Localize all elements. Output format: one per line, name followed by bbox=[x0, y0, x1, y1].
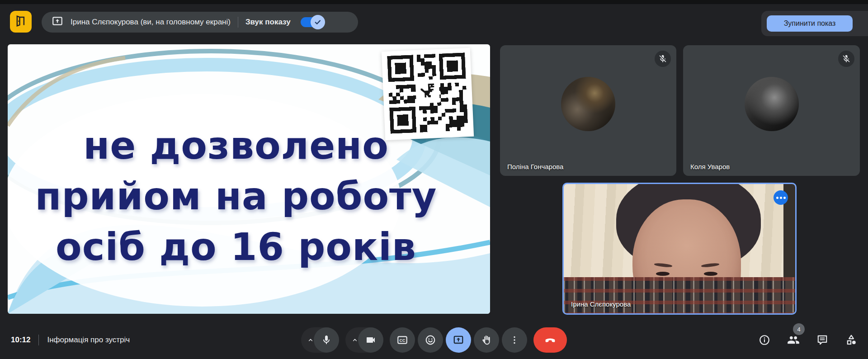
mic-off-badge bbox=[655, 51, 671, 67]
stop-presenting-panel: Зупинити показ bbox=[761, 11, 868, 36]
clock: 10:12 bbox=[11, 335, 30, 345]
mic-button[interactable] bbox=[314, 327, 339, 353]
shared-screen-slide: не дозволено прийом на роботу осіб до 16… bbox=[8, 44, 490, 314]
participant-name: Поліна Гончарова bbox=[507, 163, 563, 170]
meet-window: Ірина Слєпокурова (ви, на головному екра… bbox=[0, 0, 868, 359]
qr-code-panel bbox=[382, 48, 474, 140]
door-extension-button[interactable] bbox=[10, 11, 32, 33]
stop-presenting-button[interactable]: Зупинити показ bbox=[767, 15, 853, 32]
meeting-details-button[interactable] bbox=[758, 333, 771, 347]
divider bbox=[38, 335, 39, 345]
top-bar: Ірина Слєпокурова (ви, на головному екра… bbox=[0, 0, 868, 41]
mic-off-icon bbox=[842, 54, 851, 63]
raise-hand-button[interactable] bbox=[474, 327, 499, 353]
present-button[interactable] bbox=[446, 327, 471, 353]
camera-button[interactable] bbox=[358, 327, 383, 353]
tile-more-options-button[interactable] bbox=[774, 190, 788, 205]
window-edge bbox=[0, 0, 868, 4]
self-name: Ірина Слєпокурова bbox=[571, 300, 631, 308]
participant-count-badge: 4 bbox=[793, 323, 805, 335]
more-options-button[interactable] bbox=[502, 327, 527, 353]
video-person-shirt bbox=[564, 277, 795, 315]
participant-tile-polina[interactable]: Поліна Гончарова bbox=[500, 45, 676, 176]
slide-line-3: осіб до 16 років bbox=[8, 222, 464, 272]
bottom-bar: 10:12 Інформація про зустріч bbox=[0, 321, 868, 359]
smiley-icon bbox=[425, 334, 436, 346]
presenting-status-pill: Ірина Слєпокурова (ви, на головному екра… bbox=[42, 12, 358, 33]
chat-icon bbox=[816, 334, 828, 346]
present-to-screen-icon bbox=[453, 334, 464, 346]
captions-button[interactable]: CC bbox=[390, 327, 415, 353]
emoji-reactions-button[interactable] bbox=[418, 327, 443, 353]
slide-line-2: прийом на роботу bbox=[8, 171, 464, 222]
avatar bbox=[745, 77, 799, 131]
participant-tile-kolia[interactable]: Коля Уваров bbox=[683, 45, 860, 176]
end-call-button[interactable] bbox=[533, 327, 567, 353]
mic-off-icon bbox=[658, 54, 667, 63]
camera-button-group[interactable] bbox=[345, 327, 383, 353]
share-sound-toggle[interactable] bbox=[301, 17, 321, 27]
door-icon bbox=[14, 14, 28, 29]
mic-button-group[interactable] bbox=[301, 327, 339, 353]
call-controls: CC bbox=[301, 327, 567, 353]
toggle-check-icon bbox=[311, 15, 325, 29]
cc-icon: CC bbox=[396, 334, 408, 346]
self-video-tile[interactable]: Ірина Слєпокурова bbox=[562, 183, 797, 315]
mic-off-badge bbox=[838, 51, 854, 67]
present-to-screen-icon bbox=[52, 15, 63, 29]
hand-icon bbox=[481, 334, 492, 346]
participant-name: Коля Уваров bbox=[690, 163, 730, 170]
share-sound-label: Звук показу bbox=[245, 18, 291, 27]
presenting-label: Ірина Слєпокурова (ви, на головному екра… bbox=[71, 18, 231, 27]
activities-icon bbox=[845, 334, 858, 346]
divider bbox=[238, 17, 238, 28]
people-panel-button[interactable]: 4 bbox=[787, 333, 800, 347]
info-icon bbox=[759, 334, 770, 346]
meeting-info-label: Інформація про зустріч bbox=[47, 335, 130, 345]
chat-panel-button[interactable] bbox=[816, 333, 829, 347]
vertical-dots-icon bbox=[509, 335, 520, 345]
avatar bbox=[561, 77, 615, 131]
svg-text:CC: CC bbox=[400, 338, 406, 343]
meeting-info-area: 10:12 Інформація про зустріч bbox=[11, 321, 130, 359]
chrome-dino-icon bbox=[415, 79, 440, 104]
phone-hangup-icon bbox=[544, 334, 557, 346]
slide-text: не дозволено прийом на роботу осіб до 16… bbox=[8, 120, 464, 272]
panel-buttons: 4 bbox=[758, 321, 858, 359]
mic-icon bbox=[321, 335, 332, 345]
people-icon bbox=[787, 334, 800, 346]
activities-panel-button[interactable] bbox=[844, 333, 858, 347]
camera-icon bbox=[365, 335, 376, 345]
